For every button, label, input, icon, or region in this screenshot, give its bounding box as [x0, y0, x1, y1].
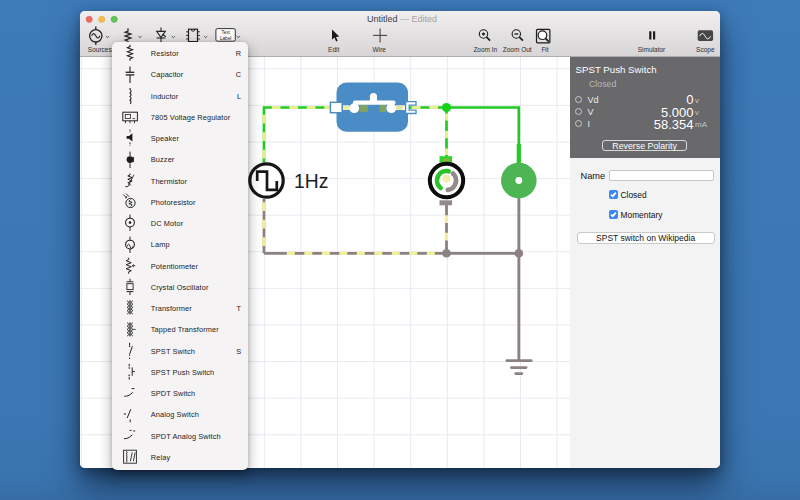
svg-text:Untitled — Edited: Untitled — Edited	[367, 14, 437, 24]
svg-text:Fit: Fit	[541, 46, 548, 53]
svg-text:Zoom In: Zoom In	[473, 46, 497, 53]
svg-text:Simulator: Simulator	[638, 46, 666, 53]
svg-text:Wire: Wire	[373, 46, 387, 53]
svg-text:1Hz: 1Hz	[294, 171, 328, 192]
svg-text:Sources: Sources	[88, 46, 113, 53]
svg-text:Edit: Edit	[328, 46, 339, 53]
svg-text:Zoom Out: Zoom Out	[503, 46, 532, 53]
svg-text:Label: Label	[220, 36, 231, 41]
svg-text:Scope: Scope	[696, 46, 715, 54]
